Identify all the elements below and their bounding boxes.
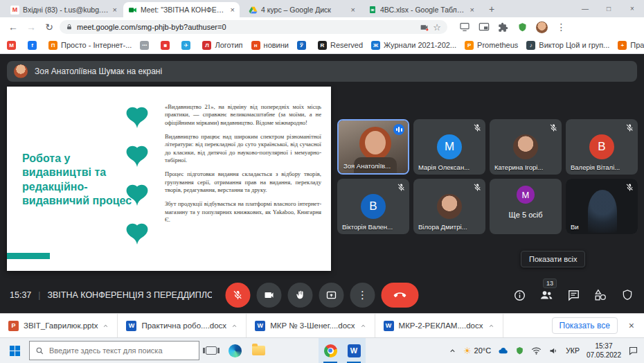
video-tile-zoya[interactable]: Зоя Анатоліїв... [337,119,409,175]
bookmark-u[interactable]: Ў [297,41,310,50]
taskbar-search[interactable] [29,341,199,360]
camera-button[interactable] [257,283,282,308]
bookmark-dots[interactable]: ⋯ [140,41,152,50]
bookmark-prosto[interactable]: ППросто - Інтернет-... [48,41,132,50]
chrome-app-button[interactable] [319,338,342,363]
more-options-button[interactable]: ⋮ [350,283,375,308]
bookmark-zhurnaly[interactable]: ЖЖурнали 2021-202... [371,41,456,50]
tab-gmail[interactable]: M Вхідні (83) - t.us@kubg.edu.ua × [6,2,122,17]
bookmark-label: Prometheus [477,41,518,49]
meeting-details-icon[interactable] [512,288,526,302]
minimize-button[interactable]: — [573,0,597,17]
video-tile-valeria[interactable]: В Валерія Віталі... [566,119,638,175]
participants-icon[interactable]: 13 [539,288,553,302]
tab-meet[interactable]: Meet: "ЗВІТНА КОНФЕРЕНЦ..." × [123,2,240,17]
camera-in-use-icon[interactable] [420,23,429,32]
slide-accent-bar [7,253,50,259]
bookmarks-bar: M f ППросто - Інтернет-... ⋯ ■ ✈ ЛЛоготи… [0,37,644,54]
video-tile-you[interactable]: Ви [566,179,638,234]
new-tab-button[interactable]: + [485,3,499,17]
raise-hand-button[interactable] [288,283,313,308]
edge-app-button[interactable] [223,338,247,363]
teal-blob-shape [125,145,150,168]
chevron-up-icon[interactable] [102,323,109,329]
chevron-up-icon[interactable] [231,323,238,329]
chrome-icon [324,344,337,357]
security-shield-icon[interactable] [515,346,524,355]
activities-icon[interactable] [593,288,607,302]
bookmark-novyny[interactable]: нновини [251,41,289,50]
bookmark-logotyp[interactable]: ЛЛоготип [202,41,242,50]
temperature: 20°C [474,346,492,355]
bookmark-reserved[interactable]: RReserved [318,41,363,50]
address-bar[interactable]: meet.google.com/smg-phjb-byb?authuser=0 … [60,20,447,34]
tab-close-icon[interactable]: × [113,6,117,14]
volume-icon[interactable] [548,346,559,356]
powerpoint-file-icon: P [8,321,19,331]
mic-muted-button[interactable] [226,283,251,308]
picture-in-picture-icon[interactable] [478,21,490,33]
browser-menu-icon[interactable]: ⋮ [555,21,567,33]
profile-avatar[interactable] [536,21,548,33]
extensions-puzzle-icon[interactable] [497,21,509,33]
chevron-up-icon[interactable] [488,323,494,329]
participant-name: Вілора Дмитрі... [418,223,467,231]
wifi-icon[interactable] [531,346,542,356]
downloads-bar: P ЗВІТ_Гаврилюк.pptx W Практична робо...… [0,313,644,337]
language-indicator[interactable]: УКР [566,346,580,355]
start-button[interactable] [0,338,29,363]
onedrive-icon[interactable] [498,346,508,356]
bookmark-red-site[interactable]: ■ [161,41,173,50]
action-center-icon[interactable] [628,346,638,356]
close-downloads-bar-icon[interactable]: × [629,320,634,331]
present-screen-button[interactable] [319,283,344,308]
slide-paragraph: Видавництво працює над широким спектром … [165,133,321,164]
download-item[interactable]: W МКР № 3-Шенег....docx [247,314,375,337]
bookmark-label: Просто - Інтернет-... [61,41,132,49]
bookmark-favicon: Л [202,41,211,50]
close-button[interactable]: × [620,0,644,17]
participant-count-badge: 13 [543,278,557,288]
task-view-button[interactable] [199,338,223,363]
adblock-shield-icon[interactable] [517,21,528,33]
word-app-button[interactable]: W [342,338,366,363]
windows-logo-icon [10,346,20,356]
tab-close-icon[interactable]: × [351,6,355,14]
tab-close-icon[interactable]: × [470,6,474,14]
search-input[interactable] [49,346,188,355]
chat-icon[interactable] [566,288,580,302]
bookmark-gmail[interactable]: M [7,41,19,50]
bookmark-favicon: Ж [371,41,380,50]
file-explorer-button[interactable] [247,338,270,363]
back-button[interactable]: ← [6,19,21,35]
bookmark-facebook[interactable]: f [28,41,40,50]
video-tile-kateryna[interactable]: Катерина Ігорі... [490,119,562,175]
weather-widget[interactable]: ☀20°C [463,346,491,356]
maximize-button[interactable]: □ [597,0,620,17]
bookmark-telegram[interactable]: ✈ [181,41,194,50]
download-item[interactable]: P ЗВІТ_Гаврилюк.pptx [0,314,118,337]
download-item[interactable]: W МКР-2-РЕКЛАМ....docx [375,314,503,337]
bookmark-pravoslavnye[interactable]: +Православные зна... [618,41,644,50]
tab-drive[interactable]: 4 курс – Google Диск × [244,2,360,17]
bookmark-prometheus[interactable]: PPrometheus [465,41,518,50]
taskbar-clock[interactable]: 15:37 07.05.2022 [587,342,621,360]
meet-app: Зоя Анатоліївна Шумак на екрані Робота у… [0,54,644,313]
video-tile-viktoria[interactable]: В Вікторія Вален... [337,179,409,234]
show-all-downloads-button[interactable]: Показать все [552,317,618,334]
present-to-screen-icon[interactable] [458,21,470,33]
hidden-icons-chevron[interactable] [449,347,456,355]
forward-button[interactable]: → [24,19,39,35]
download-item[interactable]: W Практична робо....docx [118,314,247,337]
video-tile-vilora[interactable]: Вілора Дмитрі... [413,179,485,234]
tab-close-icon[interactable]: × [231,6,235,14]
chevron-up-icon[interactable] [360,323,366,329]
bookmark-star-icon[interactable]: ☆ [433,22,441,33]
tab-sheets[interactable]: 4ВС.xlsx - Google Таблиці × [363,2,479,17]
video-tile-maria[interactable]: М Марія Олексан... [413,119,485,175]
reload-button[interactable]: ↻ [42,19,57,35]
bookmark-tsoy[interactable]: ♪Виктор Цой и груп... [526,41,609,50]
host-controls-shield-icon[interactable] [620,288,634,302]
end-call-button[interactable] [382,283,419,308]
video-tile-overflow[interactable]: М Ще 5 осіб [490,179,562,234]
